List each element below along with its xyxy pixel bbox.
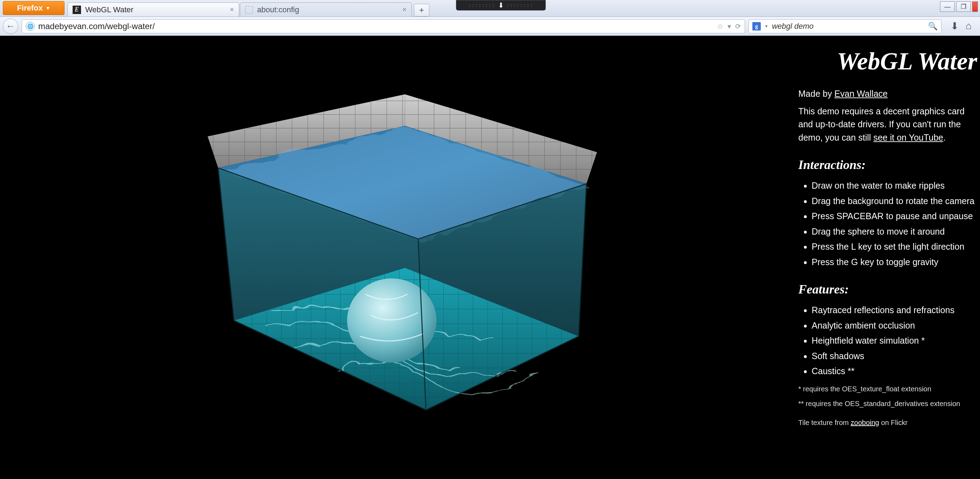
intro-text-2: . bbox=[943, 132, 946, 142]
footnote: * requires the OES_texture_float extensi… bbox=[798, 384, 980, 394]
byline: Made by Evan Wallace bbox=[798, 87, 980, 101]
credit-link[interactable]: zooboing bbox=[851, 419, 879, 426]
tile-credit: Tile texture from zooboing on Flickr bbox=[798, 417, 980, 428]
water-simulation-render[interactable] bbox=[134, 73, 660, 441]
address-input[interactable] bbox=[38, 21, 713, 31]
footnote: ** requires the OES_standard_derivatives… bbox=[798, 398, 980, 409]
page-title: WebGL Water bbox=[798, 43, 980, 80]
titlebar: Firefox ▼ E WebGL Water × about:config ×… bbox=[0, 0, 980, 17]
minimize-button[interactable]: — bbox=[940, 2, 955, 12]
google-icon: g bbox=[752, 22, 761, 30]
list-item: Heightfield water simulation * bbox=[811, 334, 980, 347]
window-controls: — ❐ bbox=[940, 2, 978, 12]
author-link[interactable]: Evan Wallace bbox=[834, 89, 888, 99]
list-item: Raytraced reflections and refractions bbox=[811, 304, 980, 317]
chevron-down-icon: ▼ bbox=[46, 5, 51, 11]
list-item: Drag the sphere to move it around bbox=[811, 225, 980, 239]
webgl-canvas[interactable] bbox=[0, 36, 794, 479]
tab-strip: E WebGL Water × about:config × + bbox=[67, 0, 429, 16]
urlbar-right-icons: ☆ ▾ ⟳ bbox=[717, 22, 741, 30]
close-window-button[interactable] bbox=[972, 2, 978, 12]
close-tab-icon[interactable]: × bbox=[230, 6, 234, 14]
list-item: Draw on the water to make ripples bbox=[811, 179, 980, 193]
search-icon[interactable]: 🔍 bbox=[928, 22, 937, 31]
page-content: WebGL Water Made by Evan Wallace This de… bbox=[0, 36, 980, 479]
credit-suffix: on Flickr bbox=[879, 419, 907, 426]
arrow-down-icon: ⬇ bbox=[498, 1, 504, 10]
features-list: Raytraced reflections and refractions An… bbox=[798, 304, 980, 378]
tab-webgl-water[interactable]: E WebGL Water × bbox=[67, 2, 239, 16]
search-box[interactable]: g ▼ 🔍 bbox=[748, 19, 942, 33]
close-tab-icon[interactable]: × bbox=[402, 6, 407, 14]
favicon-icon: E bbox=[73, 6, 81, 14]
history-dropdown-icon[interactable]: ▾ bbox=[727, 22, 731, 30]
home-icon[interactable]: ⌂ bbox=[966, 20, 972, 32]
youtube-link[interactable]: see it on YouTube bbox=[873, 132, 943, 142]
interactions-list: Draw on the water to make ripples Drag t… bbox=[798, 179, 980, 269]
list-item: Soft shadows bbox=[811, 350, 980, 363]
downloads-icon[interactable]: ⬇ bbox=[951, 20, 959, 32]
info-panel: WebGL Water Made by Evan Wallace This de… bbox=[794, 36, 980, 479]
interactions-heading: Interactions: bbox=[798, 155, 980, 174]
dots-icon: : : : : : : : : bbox=[508, 3, 533, 7]
firefox-menu-button[interactable]: Firefox ▼ bbox=[3, 1, 65, 15]
tab-title: about:config bbox=[257, 5, 299, 14]
search-input[interactable] bbox=[772, 22, 924, 31]
search-engine-dropdown-icon[interactable]: ▼ bbox=[764, 24, 768, 29]
favicon-icon bbox=[245, 6, 253, 14]
intro-text: This demo requires a decent graphics car… bbox=[798, 105, 980, 145]
list-item: Press the L key to set the light directi… bbox=[811, 240, 980, 253]
bookmark-star-icon[interactable]: ☆ bbox=[717, 22, 723, 30]
list-item: Analytic ambient occlusion bbox=[811, 319, 980, 333]
globe-icon: 🌐 bbox=[25, 22, 35, 31]
list-item: Drag the background to rotate the camera bbox=[811, 195, 980, 208]
tab-about-config[interactable]: about:config × bbox=[240, 2, 412, 16]
list-item: Press the G key to toggle gravity bbox=[811, 256, 980, 269]
maximize-button[interactable]: ❐ bbox=[956, 2, 971, 12]
credit-prefix: Tile texture from bbox=[798, 419, 851, 426]
url-bar[interactable]: 🌐 ☆ ▾ ⟳ bbox=[22, 19, 745, 33]
new-tab-button[interactable]: + bbox=[414, 4, 429, 16]
list-item: Caustics ** bbox=[811, 365, 980, 378]
toolbar-icons: ⬇ ⌂ bbox=[945, 20, 977, 32]
byline-prefix: Made by bbox=[798, 89, 834, 99]
reload-icon[interactable]: ⟳ bbox=[735, 22, 741, 30]
features-heading: Features: bbox=[798, 280, 980, 299]
navbar: ← 🌐 ☆ ▾ ⟳ g ▼ 🔍 ⬇ ⌂ bbox=[0, 17, 980, 36]
dots-icon: : : : : : : : : bbox=[469, 3, 495, 7]
tab-title: WebGL Water bbox=[85, 5, 133, 14]
list-item: Press SPACEBAR to pause and unpause bbox=[811, 210, 980, 223]
firefox-menu-label: Firefox bbox=[17, 3, 43, 13]
arrow-left-icon: ← bbox=[6, 21, 15, 32]
back-button[interactable]: ← bbox=[3, 19, 18, 34]
keyboard-widget[interactable]: : : : : : : : : ⬇ : : : : : : : : bbox=[456, 0, 546, 11]
